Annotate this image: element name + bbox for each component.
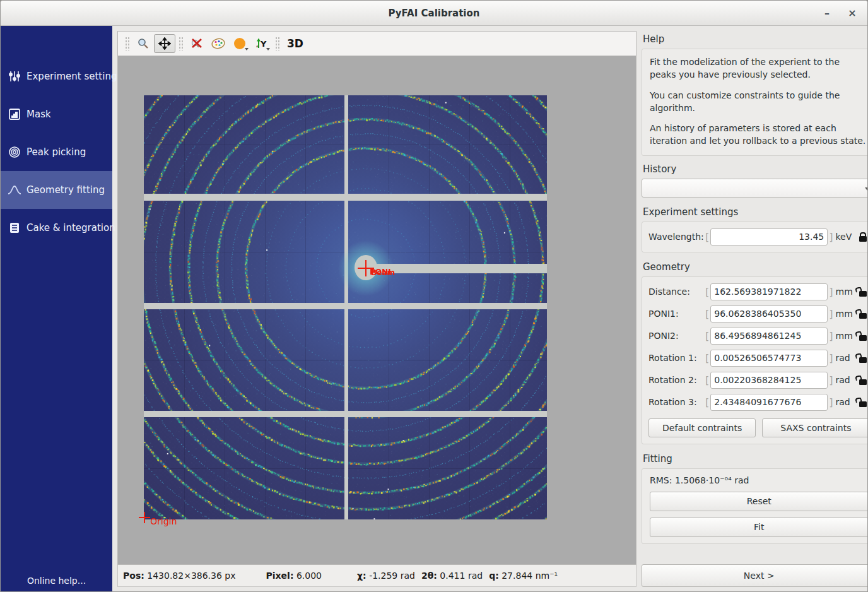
rotation1-label: Rotation 1: [648, 353, 704, 363]
zoom-button[interactable] [132, 34, 154, 53]
rotation2-input[interactable] [710, 372, 828, 389]
poni1-lock-button[interactable] [856, 309, 868, 319]
chevron-down-icon [865, 187, 868, 191]
poni1-unit: mm [836, 309, 856, 319]
sliders-icon [6, 69, 23, 84]
diffraction-plot-area[interactable] [117, 56, 636, 565]
settings-panel: Help Fit the modelization of the experie… [636, 26, 868, 592]
poni1-label: PONI1: [648, 309, 704, 319]
status-q: q: 27.844 nm⁻¹ [489, 571, 558, 581]
rotation3-input[interactable] [710, 394, 828, 411]
bracket-decoration: ] [828, 352, 834, 364]
reset-button[interactable]: Reset [650, 492, 868, 511]
rotation1-input[interactable] [710, 350, 828, 367]
wavelength-row: Wavelength: [ ] keV [648, 228, 868, 246]
app-window: PyFAI Calibration – × Experiment setting [0, 0, 868, 592]
history-dropdown[interactable] [642, 179, 868, 198]
sidebar-item-label: Experiment settings [26, 71, 122, 82]
poni2-input[interactable] [710, 328, 828, 345]
saxs-constraints-button[interactable]: SAXS contraints [762, 418, 868, 437]
sidebar-item-peak-picking[interactable]: Peak picking [1, 133, 112, 171]
lock-open-icon [859, 291, 867, 297]
rotation3-unit: rad [836, 397, 856, 407]
poni2-lock-button[interactable] [856, 331, 868, 341]
window-title: PyFAI Calibration [1, 1, 867, 26]
rotation2-lock-button[interactable] [856, 376, 868, 385]
palette-button[interactable] [208, 34, 229, 53]
gaussian-peak-icon [6, 182, 23, 198]
distance-lock-button[interactable] [856, 287, 868, 297]
concentric-rings-icon [6, 145, 23, 160]
rotation2-label: Rotation 2: [648, 375, 704, 385]
rotation1-row: Rotation 1: [ ] rad [648, 350, 868, 367]
rotation1-lock-button[interactable] [856, 353, 868, 363]
default-constraints-button[interactable]: Default contraints [648, 418, 756, 437]
close-button[interactable]: × [843, 4, 861, 22]
bracket-decoration: ] [828, 308, 834, 320]
3d-view-button[interactable]: 3D [283, 37, 308, 50]
minimize-button[interactable]: – [818, 4, 836, 22]
sidebar-item-mask[interactable]: Mask [1, 95, 112, 133]
lock-open-icon [859, 401, 867, 407]
y-axis-orientation-button[interactable]: a Y [250, 34, 272, 53]
zoom-reset-button[interactable] [186, 34, 208, 53]
plot-toolbar: a Y 3D [117, 31, 636, 56]
document-lines-icon [6, 220, 23, 235]
colormap-button[interactable] [229, 34, 250, 53]
geometry-box: Distance: [ ] mm PONI1: [ ] mm PONI2: [642, 276, 868, 444]
toolbar-handle[interactable] [179, 37, 183, 50]
poni2-label: PONI2: [648, 331, 704, 341]
chevron-down-icon [266, 48, 270, 50]
pan-button[interactable] [154, 34, 175, 53]
distance-row: Distance: [ ] mm [648, 283, 868, 300]
status-pos: Pos: 1430.82×386.36 px [123, 571, 236, 581]
poni2-row: PONI2: [ ] mm [648, 328, 868, 345]
diffraction-canvas[interactable] [118, 56, 636, 564]
bracket-decoration: [ [704, 396, 710, 408]
wavelength-label: Wavelength: [648, 232, 704, 242]
toolbar-handle[interactable] [275, 37, 279, 50]
rotation3-label: Rotation 3: [648, 397, 704, 407]
wavelength-unit: keV [836, 232, 856, 242]
experiment-section-title: Experiment settings [643, 206, 868, 218]
help-paragraph: You can customize constraints to guide t… [650, 89, 868, 115]
chevron-down-icon [245, 48, 249, 50]
title-bar[interactable]: PyFAI Calibration – × [1, 1, 867, 26]
bracket-decoration: [ [704, 308, 710, 320]
lock-open-icon [859, 313, 867, 319]
distance-input[interactable] [710, 283, 828, 300]
svg-text:Y: Y [260, 39, 267, 49]
sidebar-item-experiment-settings[interactable]: Experiment settings [1, 57, 112, 95]
rotation3-lock-button[interactable] [856, 398, 868, 407]
online-help-link[interactable]: Online help... [1, 576, 112, 592]
sidebar-item-label: Geometry fitting [26, 184, 105, 196]
sidebar-item-label: Peak picking [26, 146, 86, 158]
wavelength-input[interactable] [710, 228, 828, 246]
wavelength-lock-button[interactable] [856, 232, 868, 242]
bracket-decoration: [ [704, 352, 710, 364]
sidebar-item-cake-integration[interactable]: Cake & integration [1, 209, 112, 247]
sidebar-item-label: Cake & integration [26, 222, 115, 234]
poni1-input[interactable] [710, 305, 828, 323]
lock-closed-icon [859, 236, 867, 242]
rotation1-unit: rad [836, 353, 856, 363]
bracket-decoration: ] [828, 231, 834, 243]
toolbar-handle[interactable] [125, 37, 129, 50]
bracket-decoration: [ [704, 286, 710, 298]
status-pixel: Pixel: 6.000 [266, 571, 322, 581]
fitting-section-title: Fitting [643, 453, 868, 465]
next-button[interactable]: Next > [642, 564, 868, 587]
sidebar-item-geometry-fitting[interactable]: Geometry fitting [1, 171, 112, 209]
palette-icon [211, 37, 226, 50]
distance-label: Distance: [648, 287, 704, 297]
central-panel: a Y 3D Pos: 1430.82×386.36 px Pixel: 6.0… [112, 26, 636, 592]
sidebar-item-label: Mask [26, 109, 51, 120]
lock-open-icon [859, 335, 867, 341]
history-section-title: History [643, 163, 868, 175]
bracket-decoration: ] [828, 286, 834, 298]
colormap-dot-icon [234, 38, 245, 49]
rms-readout: RMS: 1.5068·10⁻⁰⁴ rad [650, 475, 868, 485]
fit-button[interactable]: Fit [650, 518, 868, 537]
rotation3-row: Rotation 3: [ ] rad [648, 394, 868, 411]
lock-open-icon [859, 379, 867, 385]
